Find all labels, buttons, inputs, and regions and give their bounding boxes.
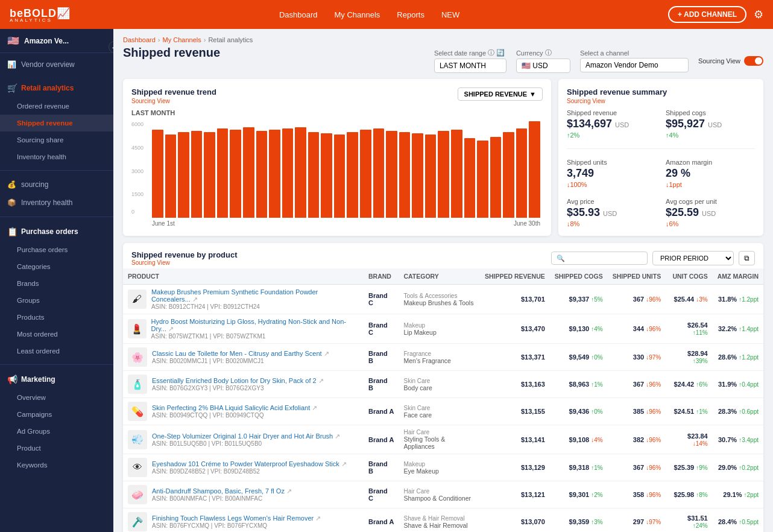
sidebar-item-sourcing-share[interactable]: Sourcing share — [0, 131, 113, 148]
currency-filter-label: Currency ⓘ — [516, 48, 570, 57]
category-cell: Makeup Eye Makeup — [399, 454, 479, 481]
nav-reports[interactable]: Reports — [397, 10, 424, 19]
product-thumb: 💄 — [128, 319, 147, 338]
product-name[interactable]: Skin Perfecting 2% BHA Liquid Salicylic … — [152, 404, 317, 412]
channel-filter-select[interactable]: Amazon Vendor Demo — [580, 58, 689, 72]
category-cell: Skin Care Face care — [399, 398, 479, 425]
trend-chart-card: Shipped revenue trend Sourcing View SHIP… — [123, 79, 551, 236]
bar — [165, 135, 177, 218]
collapse-button[interactable]: ◀ — [109, 41, 113, 53]
shipped-revenue-button[interactable]: SHIPPED REVENUE ▼ — [458, 87, 543, 101]
table-search-input[interactable] — [551, 252, 648, 265]
sourcing-label: sourcing — [21, 180, 48, 189]
chevron-down-icon: ▼ — [529, 90, 536, 98]
unit-cogs-cell: $25.98 ↑8% — [666, 481, 713, 508]
period-select[interactable]: PRIOR PERIOD — [652, 251, 734, 265]
margin-cell: 28.4% ↑0.5ppt — [713, 508, 763, 533]
cogs-cell: $9,318 ↑1% — [550, 454, 608, 481]
sidebar: 🇺🇸 Amazon Ve... ◀ 📊 Vendor overview 🛒 Re… — [0, 29, 113, 532]
sidebar-channel[interactable]: 🇺🇸 Amazon Ve... ◀ — [0, 29, 113, 53]
bar — [321, 133, 332, 218]
sourcing-toggle-switch[interactable] — [744, 56, 763, 66]
sidebar-item-po-most-ordered[interactable]: Most ordered — [0, 326, 113, 343]
sidebar-item-po-categories[interactable]: Categories — [0, 258, 113, 275]
revenue-cell: $13,470 — [480, 314, 550, 344]
sidebar-item-po-groups[interactable]: Groups — [0, 292, 113, 309]
product-cell: 🧼 Anti-Dandruff Shampoo, Basic, Fresh, 7… — [123, 481, 364, 508]
product-thumb: 🌸 — [128, 347, 147, 367]
unit-cogs-cell: $25.39 ↑9% — [666, 454, 713, 481]
category-cell: Skin Care Body care — [399, 371, 479, 398]
margin-cell: 31.9% ↑0.4ppt — [713, 371, 763, 398]
nav-dashboard[interactable]: Dashboard — [279, 10, 318, 19]
summary-subtitle: Sourcing View — [567, 98, 755, 104]
product-asin: ASIN: B076G2XGY3 | VPI: B076G2XGY3 — [152, 385, 324, 391]
cogs-cell: $9,549 ↑0% — [550, 344, 608, 371]
sidebar-item-shipped-revenue[interactable]: Shipped revenue — [0, 115, 113, 131]
logo[interactable]: beBOLD📈 ANALYTICS — [10, 7, 71, 23]
sidebar-item-inventory-health-section[interactable]: 📦 Inventory health — [0, 194, 113, 212]
product-name[interactable]: Anti-Dandruff Shampoo, Basic, Fresh, 7 f… — [152, 487, 292, 495]
currency-filter-select[interactable]: 🇺🇸 USD — [516, 59, 570, 73]
category-cell: Hair Care Shampoo & Conditioner — [399, 481, 479, 508]
sidebar-item-purchase-orders[interactable]: 📋 Purchase orders — [0, 222, 113, 241]
bar — [243, 127, 254, 218]
unit-cogs-cell: $25.44 ↓3% — [666, 285, 713, 314]
bar — [451, 130, 462, 218]
date-filter-select[interactable]: LAST MONTH — [434, 59, 506, 73]
copy-button[interactable]: ⧉ — [739, 251, 755, 265]
revenue-cell: $13,163 — [480, 371, 550, 398]
product-cell: 🖌 Makeup Brushes Premium Synthetic Found… — [123, 285, 364, 314]
add-channel-button[interactable]: + ADD CHANNEL — [668, 6, 746, 23]
summary-item-change: ↓8% — [567, 220, 656, 227]
table-row: 🧴 Essentially Enriched Body Lotion for D… — [123, 371, 763, 398]
chart-x-labels: June 1st June 30th — [150, 220, 543, 227]
sidebar-item-ordered-revenue[interactable]: Ordered revenue — [0, 98, 113, 115]
refresh-icon[interactable]: 🔄 — [496, 49, 505, 57]
sidebar-item-retail-analytics[interactable]: 🛒 Retail analytics — [0, 78, 113, 98]
product-name[interactable]: One-Step Volumizer Original 1.0 Hair Dry… — [152, 432, 340, 440]
summary-card: Shipped revenue summary Sourcing View Sh… — [558, 79, 763, 236]
product-name[interactable]: Makeup Brushes Premium Synthetic Foundat… — [151, 288, 359, 303]
category-cell: Shave & Hair Removal Shave & Hair Remova… — [399, 508, 479, 533]
nav-my-channels[interactable]: My Channels — [334, 10, 380, 19]
sidebar-item-marketing[interactable]: 📢 Marketing — [0, 370, 113, 389]
unit-cogs-cell: $28.94 ↑39% — [666, 344, 713, 371]
col-product: PRODUCT — [123, 268, 364, 285]
sidebar-item-mkt-overview[interactable]: Overview — [0, 389, 113, 406]
bar — [152, 130, 163, 218]
sidebar-item-po-brands[interactable]: Brands — [0, 275, 113, 292]
margin-cell: 29.0% ↑0.2ppt — [713, 454, 763, 481]
bar — [230, 130, 241, 218]
product-cell: 💊 Skin Perfecting 2% BHA Liquid Salicyli… — [123, 398, 364, 425]
breadcrumb-dashboard[interactable]: Dashboard — [123, 36, 156, 43]
mkt-adgroups-label: Ad Groups — [17, 428, 50, 435]
sidebar-item-po-least-ordered[interactable]: Least ordered — [0, 343, 113, 359]
sidebar-item-vendor-overview[interactable]: 📊 Vendor overview — [0, 55, 113, 74]
product-name[interactable]: Essentially Enriched Body Lotion for Dry… — [152, 377, 324, 385]
sidebar-item-po-products[interactable]: Products — [0, 309, 113, 326]
sidebar-item-mkt-adgroups[interactable]: Ad Groups — [0, 423, 113, 440]
table-row: 🌸 Classic Lau de Toilette for Men - Citr… — [123, 344, 763, 371]
revenue-cell: $13,701 — [480, 285, 550, 314]
bar — [308, 132, 320, 218]
sidebar-item-sourcing[interactable]: 💰 sourcing — [0, 176, 113, 194]
sidebar-item-po-list[interactable]: Purchase orders — [0, 241, 113, 258]
product-name[interactable]: Eyeshadow 101 Créme to Powder Waterproof… — [152, 460, 347, 468]
summary-item-change: ↓6% — [666, 220, 755, 227]
sidebar-item-inventory-health[interactable]: Inventory health — [0, 148, 113, 165]
gear-icon[interactable]: ⚙ — [754, 8, 763, 21]
table-title: Shipped revenue by product — [131, 250, 238, 259]
sidebar-item-mkt-campaigns[interactable]: Campaigns — [0, 406, 113, 423]
sourcing-view-toggle[interactable]: Sourcing View — [698, 56, 763, 66]
units-cell: 330 ↓97% — [608, 344, 666, 371]
product-name[interactable]: Hydro Boost Moisturizing Lip Gloss, Hydr… — [151, 318, 359, 333]
sidebar-item-mkt-product[interactable]: Product — [0, 440, 113, 457]
product-name[interactable]: Classic Lau de Toilette for Men - Citrus… — [152, 350, 329, 358]
margin-cell: 29.1% ↑2ppt — [713, 481, 763, 508]
mkt-keywords-label: Keywords — [17, 461, 48, 469]
product-name[interactable]: Finishing Touch Flawless Legs Women's Ha… — [152, 515, 321, 522]
sidebar-item-mkt-keywords[interactable]: Keywords — [0, 457, 113, 473]
breadcrumb-my-channels[interactable]: My Channels — [163, 36, 201, 43]
sidebar-section-marketing: 📢 Marketing Overview Campaigns Ad Groups… — [0, 367, 113, 476]
